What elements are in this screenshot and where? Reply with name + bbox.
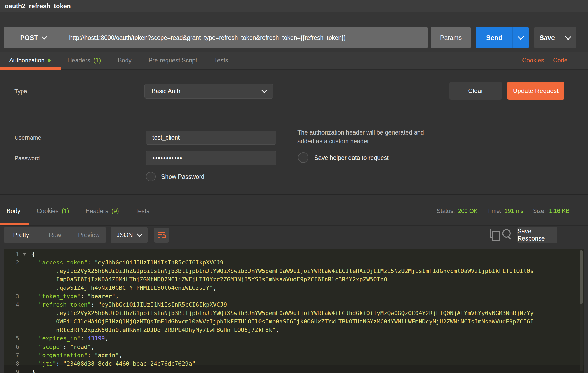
size-indicator: Size:1.16 KB [533, 208, 570, 214]
code-line[interactable]: .qawS1Z4j_h4vNx10GBC_Y_PHM1LLSQt64eniWLG… [4, 284, 584, 292]
tab-tests[interactable]: Tests [214, 57, 228, 64]
code-token: "eyJhbGciOiJIUzI1NiIsInR5cCI6IkpXVCJ9 [94, 259, 223, 266]
send-button[interactable]: Send [476, 27, 512, 48]
code-line[interactable]: 8"jti": "23408d38-8cdc-4460-beac-24c76dc… [4, 360, 584, 368]
line-number: 5 [4, 334, 28, 343]
code-token: , [213, 284, 216, 291]
code-line[interactable]: 4"refresh_token": "eyJhbGciOiJIUzI1NiIsI… [4, 301, 584, 309]
request-tabs: AuthorizationHeaders(1)BodyPre-request S… [9, 52, 228, 69]
wrap-text-button[interactable] [154, 228, 169, 243]
link-cookies[interactable]: Cookies [522, 57, 544, 64]
code-line-content: .qawS1Z4j_h4vNx10GBC_Y_PHM1LLSQt64eniWLG… [28, 284, 584, 292]
code-line[interactable]: Imp0aSI6IjIzNDA4ZDM4LThjZGMtNDQ2MC1iZWFj… [4, 275, 584, 284]
save-helper-label: Save helper data to request [314, 154, 389, 161]
code-token: : [63, 343, 70, 350]
update-request-button[interactable]: Update Request [507, 82, 564, 100]
send-dropdown-button[interactable] [512, 27, 529, 48]
chevron-down-icon [565, 33, 571, 40]
response-tab-body[interactable]: Body [7, 208, 20, 215]
response-tab-tests[interactable]: Tests [135, 208, 150, 215]
code-line[interactable]: .eyJ1c2VyX25hbWUiOiJhZG1pbiIsInNjb3BlIjp… [4, 267, 584, 275]
code-token: : [87, 352, 94, 359]
code-line[interactable]: 3"token_type": "bearer", [4, 292, 584, 301]
code-token: , [119, 352, 122, 359]
auth-type-select[interactable]: Basic Auth [144, 84, 273, 99]
code-token: OWEiLCJleHAiOjE1MzQ1MjQzMTQsImF1dGhvcml0… [56, 318, 534, 325]
view-mode-preview[interactable]: Preview [72, 232, 106, 239]
response-format-value: JSON [117, 232, 133, 239]
code-token: nRlc3RfY2xpZW50In0.eHRWxFZDJDq_2RDPL4Dhy… [56, 327, 276, 333]
url-value: http://host1:8000/oauth/token?scope=read… [69, 34, 346, 41]
code-token: .eyJ1c2VyX25hbWUiOiJhZG1pbiIsInNjb3BlIjp… [56, 268, 534, 274]
code-line[interactable]: 7"organization": "admin", [4, 351, 584, 360]
search-icon-lens [502, 229, 511, 238]
code-line-content: } [28, 368, 584, 373]
clear-button[interactable]: Clear [449, 82, 502, 100]
code-line-content: "jti": "23408d38-8cdc-4460-beac-24c76dc7… [28, 360, 584, 368]
vertical-scrollbar-thumb[interactable] [580, 250, 583, 304]
line-number [4, 309, 28, 317]
view-mode-raw[interactable]: Raw [38, 232, 72, 239]
code-line-content: "token_type": "bearer", [28, 292, 584, 301]
password-input[interactable]: ••••••••••• [146, 151, 276, 165]
code-line[interactable]: 2"access_token": "eyJhbGciOiJIUzI1NiIsIn… [4, 258, 584, 267]
code-token: "23408d38-8cdc-4460-beac-24c76dc7629a" [63, 360, 196, 367]
save-dropdown-button[interactable] [560, 27, 576, 48]
status-label: Status: [437, 208, 455, 214]
tab-count: (9) [112, 208, 119, 215]
active-tab-underline [0, 67, 61, 70]
chevron-down-icon [261, 87, 267, 93]
show-password-label: Show Password [161, 173, 205, 180]
response-view-mode-toggle: PrettyRawPreview [4, 227, 106, 243]
code-line[interactable]: 5"expires_in": 43199, [4, 334, 584, 343]
code-line[interactable]: 6"scope": "read", [4, 343, 584, 351]
save-helper-radio[interactable] [298, 152, 308, 163]
show-password-radio[interactable] [146, 172, 156, 181]
code-line[interactable]: .eyJ1c2VyX25hbWUiOiJhZG1pbiIsInNjb3BlIjp… [4, 309, 584, 317]
tab-body[interactable]: Body [118, 57, 131, 64]
code-token: "token_type" [39, 293, 81, 300]
save-response-button[interactable]: Save Response [517, 227, 557, 243]
active-response-tab-underline [0, 223, 29, 225]
code-token: 43199 [87, 335, 105, 342]
request-links: CookiesCode [522, 52, 567, 69]
code-token: , [91, 343, 94, 350]
url-input[interactable]: http://host1:8000/oauth/token?scope=read… [63, 34, 428, 41]
code-line[interactable]: 9} [4, 368, 584, 373]
vertical-scrollbar[interactable] [580, 250, 583, 371]
tab-pre-request-script[interactable]: Pre-request Script [148, 57, 197, 64]
method-select[interactable]: POST [4, 27, 63, 48]
params-button[interactable]: Params [431, 27, 471, 48]
code-line[interactable]: nRlc3RfY2xpZW50In0.eHRWxFZDJDq_2RDPL4Dhy… [4, 326, 584, 334]
code-token: "organization" [39, 352, 87, 359]
code-token: "jti" [39, 360, 56, 367]
chevron-down-icon [517, 33, 524, 40]
response-format-select[interactable]: JSON [111, 227, 148, 243]
response-tab-cookies[interactable]: Cookies(1) [37, 208, 69, 215]
status-value: 200 OK [458, 208, 478, 214]
search-icon[interactable] [502, 229, 513, 240]
response-body-editor: 1{2"access_token": "eyJhbGciOiJIUzI1NiIs… [4, 249, 584, 373]
code-token: .qawS1Z4j_h4vNx10GBC_Y_PHM1LLSQt64eniWLG… [56, 284, 213, 291]
fold-arrow-icon[interactable] [23, 253, 26, 256]
time-value: 191 ms [505, 208, 524, 214]
line-number: 2 [4, 258, 28, 267]
tab-label: Tests [214, 57, 228, 64]
auth-helper-note: The authorization header will be generat… [297, 128, 424, 146]
code-line[interactable]: 1{ [4, 250, 584, 258]
response-tab-headers[interactable]: Headers(9) [86, 208, 119, 215]
link-code[interactable]: Code [553, 57, 567, 64]
tab-headers[interactable]: Headers(1) [67, 57, 101, 64]
code-line[interactable]: OWEiLCJleHAiOjE1MzQ1MjQzMTQsImF1dGhvcml0… [4, 317, 584, 326]
copy-icon-front [492, 231, 500, 241]
code-token: } [32, 369, 35, 373]
line-number [4, 284, 28, 292]
search-icon-handle [508, 236, 511, 239]
save-button[interactable]: Save [534, 27, 560, 48]
code-token: "expires_in" [39, 335, 81, 342]
tab-authorization[interactable]: Authorization [9, 57, 51, 64]
username-input[interactable]: test_client [146, 131, 276, 145]
view-mode-pretty[interactable]: Pretty [4, 232, 38, 239]
response-tabs: BodyCookies(1)Headers(9)Tests [7, 204, 149, 218]
copy-icon[interactable] [490, 229, 499, 240]
